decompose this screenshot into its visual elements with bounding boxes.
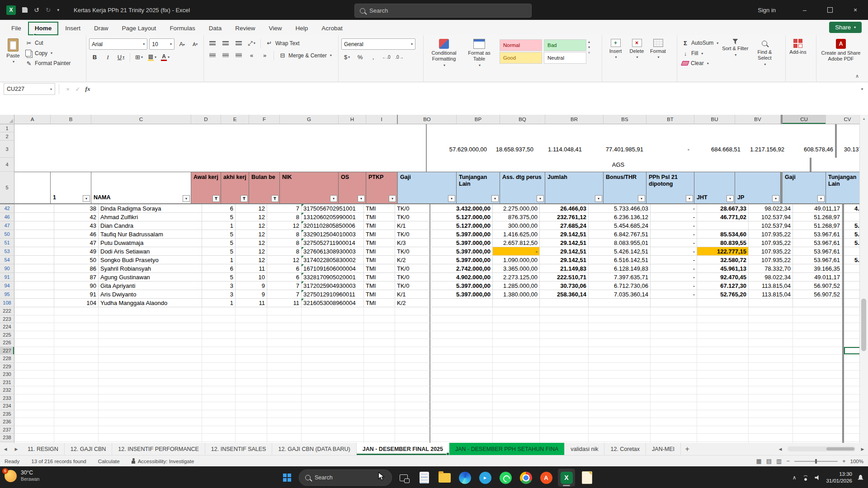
cell-BU[interactable]	[749, 434, 793, 442]
cell-B[interactable]	[54, 394, 99, 403]
cell-B[interactable]	[54, 307, 99, 315]
cell-E[interactable]	[236, 315, 267, 324]
header-cell-B[interactable]: 1▾	[51, 172, 91, 203]
cell-G[interactable]	[302, 402, 364, 410]
sheet-tab[interactable]: 11. RESIGN	[22, 443, 65, 455]
filter-applied-icon[interactable]	[271, 195, 278, 202]
cell-BO[interactable]	[430, 315, 493, 324]
cell-G[interactable]	[299, 132, 361, 141]
row-header-91[interactable]: 91	[0, 273, 14, 282]
cell-BO[interactable]	[430, 307, 493, 315]
cell-E[interactable]	[236, 323, 267, 331]
cell-BP[interactable]	[493, 434, 540, 442]
cell-H-54[interactable]: TMI	[364, 256, 395, 264]
cell-G-54[interactable]: 3174022805830002	[302, 256, 364, 264]
cell-F[interactable]	[267, 426, 302, 434]
filter-dropdown-icon[interactable]: ▾	[817, 195, 825, 202]
cell-BV[interactable]	[793, 402, 842, 410]
cell-F[interactable]	[267, 315, 302, 324]
cell-I-108[interactable]: K/2	[395, 299, 430, 307]
cell-E-46[interactable]: 12	[236, 213, 267, 221]
column-header-C[interactable]: C	[91, 115, 191, 124]
increase-decimal-button[interactable]: ←.0	[381, 52, 392, 62]
cell-BV[interactable]: 608.578,46	[786, 141, 835, 158]
cell-C[interactable]	[98, 158, 201, 172]
cell-H[interactable]	[364, 307, 395, 315]
cell-CU[interactable]	[844, 355, 860, 363]
title-search-box[interactable]: Search	[354, 4, 532, 18]
sheet-tab[interactable]: 12. Coretax	[604, 443, 646, 455]
cell-BR-95[interactable]: 7.035.360,14	[589, 290, 651, 299]
cell-E[interactable]	[236, 331, 267, 339]
cell-D[interactable]	[202, 386, 236, 394]
cell-F[interactable]	[267, 402, 302, 410]
cell-BS-51[interactable]: -	[651, 239, 697, 247]
column-header-B[interactable]: B	[51, 115, 91, 124]
cell-BV[interactable]	[793, 410, 842, 418]
cell-B-51[interactable]: 47	[54, 239, 99, 247]
cell-BS-94[interactable]: -	[651, 282, 697, 290]
cell-D-54[interactable]: 1	[202, 256, 236, 264]
filter-dropdown-icon[interactable]: ▾	[491, 195, 499, 202]
row-header-227[interactable]: 227	[0, 347, 14, 355]
cell-BP[interactable]	[493, 355, 540, 363]
cell-BQ[interactable]: 1.114.048,41	[535, 141, 584, 158]
align-right-button[interactable]	[233, 51, 244, 60]
cell-CU[interactable]	[811, 158, 858, 172]
cell-G[interactable]	[302, 323, 364, 331]
cell-BU[interactable]: 1.217.156,92	[742, 141, 786, 158]
cell-BT[interactable]: 684.668,51	[691, 141, 742, 158]
cell-E-42[interactable]: 12	[236, 204, 267, 213]
cell-D[interactable]	[201, 158, 234, 172]
cell-G[interactable]	[302, 331, 364, 339]
cell-BS[interactable]	[651, 339, 697, 347]
cell-B[interactable]	[54, 331, 99, 339]
cell-BQ[interactable]	[540, 323, 589, 331]
column-header-A[interactable]: A	[14, 115, 51, 124]
cell-I[interactable]	[395, 355, 430, 363]
cell-BV[interactable]	[793, 307, 842, 315]
cell-C[interactable]	[99, 402, 202, 410]
ribbon-tab[interactable]: Review	[228, 22, 262, 35]
cell-F-46[interactable]: 8	[267, 213, 302, 221]
cell-C-90[interactable]: Syahril Robiansyah	[99, 264, 202, 273]
cell-BU[interactable]	[749, 355, 793, 363]
cell-H[interactable]	[364, 379, 395, 387]
fill-color-button[interactable]: ▨▾	[146, 52, 158, 62]
cell-G[interactable]	[299, 158, 361, 172]
ribbon-tab[interactable]: Acrobat	[315, 22, 349, 35]
cell-BS[interactable]	[651, 355, 697, 363]
share-button[interactable]: Share ▾	[829, 22, 862, 33]
cell-BT-47[interactable]	[697, 221, 749, 230]
cell-BP[interactable]	[493, 339, 540, 347]
cell-BO-46[interactable]: 5.127.000,00	[430, 213, 493, 221]
cell-BP[interactable]	[493, 426, 540, 434]
cell-BO[interactable]	[430, 347, 493, 355]
cell-A[interactable]	[14, 363, 54, 371]
cell-BS[interactable]	[651, 418, 697, 426]
cell-G[interactable]	[302, 426, 364, 434]
cell-E-54[interactable]: 12	[236, 256, 267, 264]
cell-BV[interactable]	[786, 124, 835, 132]
cell-BV-94[interactable]: 56.907,52	[793, 282, 842, 290]
cell-BT[interactable]	[697, 347, 749, 355]
cell-BP-47[interactable]: 300.000,00	[493, 221, 540, 230]
cell-H[interactable]	[364, 315, 395, 324]
cell-BR[interactable]	[584, 124, 645, 132]
cell-I[interactable]	[395, 410, 430, 418]
cell-H-91[interactable]: TMI	[364, 273, 395, 282]
cell-CU[interactable]	[844, 434, 860, 442]
cell-BT[interactable]	[697, 410, 749, 418]
row-header-232[interactable]: 232	[0, 386, 14, 394]
cell-H[interactable]	[361, 158, 392, 172]
cell-BS[interactable]	[651, 394, 697, 403]
cell-BV[interactable]	[786, 132, 835, 141]
cell-C-51[interactable]: Putu Duwatmaja	[99, 239, 202, 247]
cell-F[interactable]	[267, 347, 302, 355]
cell-CU[interactable]	[837, 132, 860, 141]
cell-BQ[interactable]	[540, 339, 589, 347]
sheet-tab[interactable]: validasi nik	[565, 443, 604, 455]
cell-CU[interactable]	[844, 394, 860, 403]
cell-D-90[interactable]: 6	[202, 264, 236, 273]
ribbon-tab[interactable]: File	[5, 22, 28, 35]
